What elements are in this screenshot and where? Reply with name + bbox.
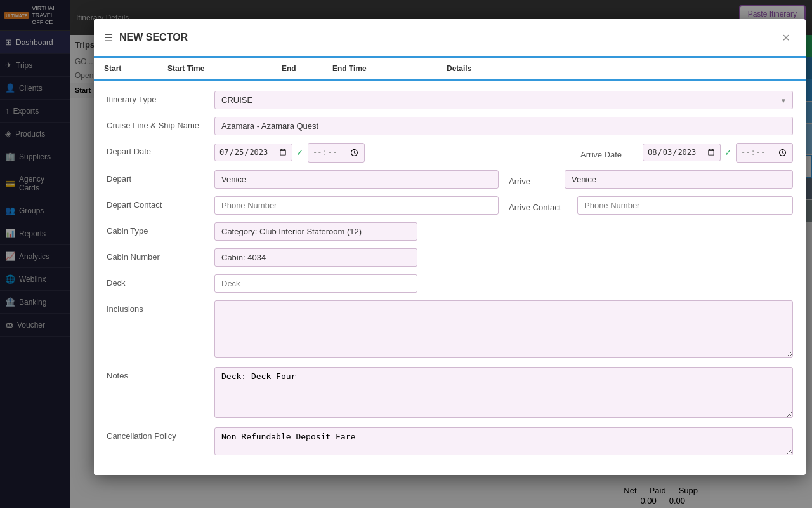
depart-date-input[interactable] — [214, 144, 292, 161]
depart-label: Depart — [107, 170, 208, 184]
depart-date-check-icon: ✓ — [296, 147, 304, 157]
itinerary-type-row: Itinerary Type CRUISE FLIGHT HOTEL CAR T… — [107, 91, 793, 109]
arrive-contact-label: Arrive Contact — [509, 199, 572, 212]
cruise-line-row: Cruise Line & Ship Name — [107, 117, 793, 135]
cruise-line-field — [214, 117, 793, 135]
arrive-label: Arrive — [509, 173, 560, 186]
cruise-line-input[interactable] — [214, 117, 793, 135]
deck-input[interactable] — [214, 274, 417, 293]
arrive-date-check-icon: ✓ — [724, 147, 732, 157]
hamburger-icon: ☰ — [104, 32, 113, 44]
depart-arrive-two-col: Arrive — [214, 170, 793, 189]
cancellation-policy-row: Cancellation Policy Non Refundable Depos… — [107, 427, 793, 457]
arrive-input[interactable] — [565, 170, 793, 189]
arrive-date-group: Arrive Date ✓ — [580, 143, 793, 163]
inclusions-row: Inclusions — [107, 300, 793, 359]
arrive-date-input[interactable] — [643, 144, 721, 161]
dates-two-col: ✓ Arrive Date ✓ — [214, 143, 793, 163]
depart-contact-input[interactable] — [214, 196, 499, 215]
inclusions-field — [214, 300, 793, 359]
cancellation-policy-label: Cancellation Policy — [107, 427, 208, 441]
notes-row: Notes Deck: Deck Four — [107, 367, 793, 420]
arrive-date-label: Arrive Date — [580, 146, 638, 159]
cabin-number-row: Cabin Number — [107, 248, 793, 267]
cabin-type-label: Cabin Type — [107, 222, 208, 236]
modal-header: ☰ NEW SECTOR × — [94, 19, 806, 58]
new-sector-modal: ☰ NEW SECTOR × Start Start Time End End … — [94, 19, 806, 475]
contacts-two-col: Arrive Contact — [214, 196, 793, 215]
inclusions-textarea[interactable] — [214, 300, 793, 358]
arrive-time-input[interactable] — [736, 143, 793, 163]
col-header-details: Details — [447, 62, 796, 76]
cabin-number-field — [214, 248, 417, 267]
depart-contact-label: Depart Contact — [107, 196, 208, 210]
depart-field — [214, 170, 499, 189]
depart-arrive-row: Depart Arrive — [107, 170, 793, 189]
itinerary-type-field: CRUISE FLIGHT HOTEL CAR TOUR — [214, 91, 793, 109]
modal-title: NEW SECTOR — [119, 32, 770, 43]
cabin-type-row: Cabin Type — [107, 222, 793, 241]
col-header-end-time: End Time — [332, 62, 447, 76]
depart-date-group: ✓ — [214, 143, 570, 163]
cabin-type-field — [214, 222, 417, 241]
depart-contact-field — [214, 196, 499, 215]
arrive-contact-group: Arrive Contact — [509, 196, 793, 215]
deck-row: Deck — [107, 274, 793, 293]
cabin-number-label: Cabin Number — [107, 248, 208, 262]
depart-time-input[interactable] — [308, 143, 365, 163]
arrive-date-inputs: ✓ — [643, 143, 793, 163]
itinerary-type-select[interactable]: CRUISE FLIGHT HOTEL CAR TOUR — [214, 91, 793, 109]
notes-label: Notes — [107, 367, 208, 380]
cabin-type-input[interactable] — [214, 222, 417, 241]
inclusions-label: Inclusions — [107, 300, 208, 314]
arrive-group: Arrive — [509, 170, 793, 189]
arrive-contact-input[interactable] — [577, 196, 793, 215]
modal-body: Itinerary Type CRUISE FLIGHT HOTEL CAR T… — [94, 81, 806, 475]
cabin-number-input[interactable] — [214, 248, 417, 267]
col-header-start-time: Start Time — [167, 62, 282, 76]
col-header-end: End — [282, 62, 332, 76]
notes-textarea[interactable]: Deck: Deck Four — [214, 367, 793, 418]
deck-field — [214, 274, 417, 293]
depart-input[interactable] — [214, 170, 499, 189]
cruise-line-label: Cruise Line & Ship Name — [107, 117, 208, 130]
notes-field: Deck: Deck Four — [214, 367, 793, 420]
itinerary-type-label: Itinerary Type — [107, 91, 208, 104]
cancellation-policy-field: Non Refundable Deposit Fare — [214, 427, 793, 457]
modal-close-button[interactable]: × — [776, 28, 796, 47]
deck-label: Deck — [107, 274, 208, 288]
dates-row: Depart Date ✓ Arrive Date ✓ — [107, 143, 793, 163]
cancellation-policy-textarea[interactable]: Non Refundable Deposit Fare — [214, 427, 793, 455]
sector-table-header: Start Start Time End End Time Details — [94, 58, 806, 81]
col-header-start: Start — [104, 62, 167, 76]
depart-date-label: Depart Date — [107, 143, 208, 156]
contacts-row: Depart Contact Arrive Contact — [107, 196, 793, 215]
